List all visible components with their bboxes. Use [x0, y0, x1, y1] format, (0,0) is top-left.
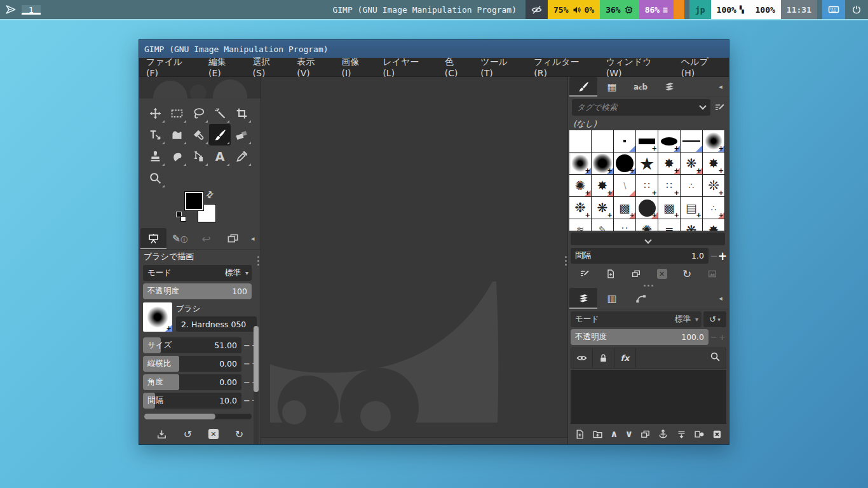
brush-item[interactable]: ▤+ [681, 197, 702, 219]
brush-item[interactable]: ▩+ [614, 197, 635, 219]
tool-rectangle-select[interactable] [166, 102, 187, 124]
tool-text[interactable]: A [209, 146, 231, 167]
brush-item[interactable]: + [614, 152, 635, 174]
brush-name[interactable]: 2. Hardness 050 [176, 316, 257, 332]
lower-layer-button[interactable]: ∨ [625, 428, 633, 440]
window-titlebar[interactable]: GIMP (GNU Image Manipulation Program) [139, 40, 729, 58]
refresh-brushes-button[interactable]: ↻ [682, 268, 691, 280]
brush-item[interactable] [569, 130, 591, 152]
open-brush-as-image-button[interactable] [707, 269, 717, 279]
new-layer-button[interactable] [574, 429, 585, 440]
brush-item[interactable]: + [658, 130, 680, 152]
brush-item[interactable]: ✺+ [569, 175, 591, 196]
brush-item[interactable]: ✸ [703, 219, 724, 231]
opacity-decrement-icon[interactable]: − [710, 332, 718, 342]
tool-unified-transform[interactable] [144, 124, 166, 146]
tool-zoom[interactable] [144, 167, 166, 189]
brush-item[interactable]: ❊+ [703, 175, 724, 196]
tool-smudge[interactable] [166, 146, 187, 167]
new-brush-button[interactable] [606, 269, 616, 279]
angle-decrement-icon[interactable]: − [243, 377, 251, 387]
layer-mode-switch-button[interactable]: ↺▾ [703, 311, 726, 327]
brush-item[interactable]: ∷ [614, 219, 635, 231]
reset-tool-options-button[interactable]: ↻ [235, 428, 243, 440]
brush-item[interactable]: ✎ [592, 219, 613, 231]
virtual-keyboard-button[interactable] [822, 0, 845, 19]
layer-list-empty[interactable] [571, 370, 726, 424]
add-mask-button[interactable] [694, 429, 705, 440]
menu-help[interactable]: ヘルプ(H) [674, 57, 729, 78]
duplicate-layer-button[interactable] [640, 429, 651, 440]
tag-filter-none[interactable]: (なし) [568, 118, 729, 130]
edit-brush-button[interactable] [580, 269, 590, 279]
brush-item[interactable]: ∴ [681, 175, 702, 196]
tab-images[interactable] [220, 228, 246, 249]
clock[interactable]: 11:31 [781, 0, 817, 19]
layer-search-area[interactable] [636, 348, 726, 368]
tool-eraser[interactable] [231, 124, 252, 146]
tab-device-status[interactable]: ✎ⓘ [167, 228, 193, 249]
opacity-slider[interactable]: 不透明度 100 [143, 283, 252, 299]
power-button[interactable] [845, 0, 868, 19]
layer-opacity-slider[interactable]: 不透明度 100.0 [571, 329, 709, 345]
tab-channels[interactable]: ▥ [598, 288, 626, 309]
brush-item[interactable]: ✸+ [703, 152, 724, 174]
opacity-increment-icon[interactable]: + [718, 332, 726, 342]
paint-mode-select[interactable]: モード 標準 ▾ [143, 265, 252, 281]
layer-mode-select[interactable]: モード 標準 ▾ [571, 311, 702, 327]
brush-item[interactable]: ❋ [681, 219, 702, 231]
tool-options-hscrollbar[interactable] [144, 414, 252, 419]
aspect-ratio-slider[interactable]: 縦横比 0.00 [143, 356, 241, 372]
collapse-dock-button[interactable]: ◂ [247, 228, 259, 249]
foreground-color-swatch[interactable] [185, 192, 203, 210]
brush-item[interactable]: ✸+ [658, 152, 680, 174]
dock-resize-handle[interactable] [568, 283, 729, 288]
tool-free-select[interactable] [187, 102, 209, 124]
delete-preset-button[interactable]: ✕ [208, 429, 219, 439]
menu-view[interactable]: 表示(V) [290, 57, 334, 78]
tool-move[interactable] [144, 102, 166, 124]
brush-thumbnail[interactable]: + [143, 302, 172, 332]
spacing-decrement-icon[interactable]: − [243, 396, 251, 405]
brush-item[interactable]: ❋+ [592, 197, 613, 219]
brush-item[interactable]: + [636, 197, 658, 219]
default-colors-icon[interactable] [176, 212, 186, 222]
canvas-area[interactable] [261, 77, 568, 444]
menu-tools[interactable]: ツール(T) [473, 57, 527, 78]
delete-brush-button[interactable]: ✕ [657, 269, 667, 279]
brush-item[interactable]: ✺ [636, 219, 658, 231]
menu-colors[interactable]: 色(C) [438, 57, 474, 78]
aspect-decrement-icon[interactable]: − [243, 359, 251, 369]
brush-spacing-slider[interactable]: 間隔 1.0 [571, 248, 709, 264]
brush-item[interactable]: ★ [636, 152, 658, 174]
spacing-slider[interactable]: 間隔 10.0 [143, 393, 241, 409]
menu-filters[interactable]: フィルター(R) [527, 57, 599, 78]
size-decrement-icon[interactable]: − [243, 341, 251, 350]
workspace-indicator[interactable]: 1 [22, 5, 41, 15]
tab-tool-options[interactable] [140, 228, 166, 249]
tool-crop[interactable] [231, 102, 252, 124]
brush-item[interactable] [681, 130, 702, 152]
menu-layer[interactable]: レイヤー(L) [376, 57, 437, 78]
brush-item-selected[interactable]: + [569, 152, 591, 174]
volume-indicator[interactable]: 75% 0% [548, 0, 600, 19]
new-layer-group-button[interactable] [592, 429, 603, 440]
brush-item[interactable]: ∖ [614, 175, 635, 196]
menu-windows[interactable]: ウィンドウ(W) [599, 57, 674, 78]
menu-select[interactable]: 選択(S) [246, 57, 290, 78]
tool-ink[interactable] [187, 146, 209, 167]
save-preset-button[interactable] [156, 429, 167, 440]
brush-item[interactable] [614, 130, 635, 152]
brush-item[interactable]: ❉+ [569, 197, 591, 219]
cpu-indicator[interactable]: 36% [600, 0, 639, 19]
toggle-visibility-button[interactable] [571, 348, 593, 368]
orange-indicator[interactable] [674, 0, 684, 19]
tab-brushes[interactable] [569, 77, 597, 97]
right-dock-separator-handle[interactable] [565, 256, 567, 266]
raise-layer-button[interactable]: ∧ [610, 428, 618, 440]
brush-item[interactable]: ∷+ [636, 175, 658, 196]
menu-file[interactable]: ファイル(F) [139, 57, 201, 78]
spacing-increment-icon[interactable]: + [718, 250, 726, 262]
tab-layers[interactable] [569, 288, 597, 309]
menu-edit[interactable]: 編集(E) [201, 57, 246, 78]
